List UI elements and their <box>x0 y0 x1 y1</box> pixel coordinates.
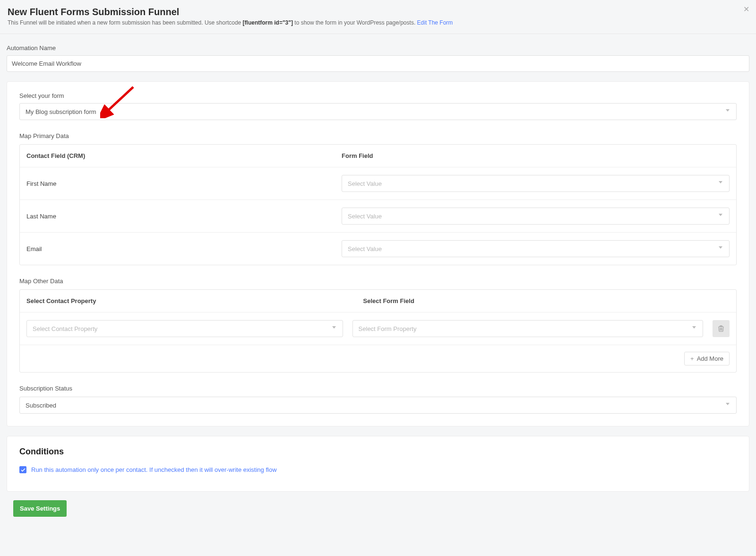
placeholder-text: Select Contact Property <box>33 325 97 332</box>
placeholder-text: Select Value <box>348 180 382 187</box>
desc-text-b: to show the form in your WordPress page/… <box>293 19 417 26</box>
map-other-title: Map Other Data <box>19 278 737 285</box>
map-other-table: Select Contact Property Select Form Fiel… <box>19 289 737 373</box>
add-more-label: Add More <box>697 355 723 362</box>
add-more-button[interactable]: + Add More <box>684 352 730 365</box>
save-settings-button[interactable]: Save Settings <box>13 500 67 517</box>
map-primary-row: Last Name Select Value <box>20 200 736 233</box>
chevron-down-icon <box>332 326 337 331</box>
col-form-field: Select Form Field <box>357 290 736 312</box>
map-primary-table: Contact Field (CRM) Form Field First Nam… <box>19 144 737 265</box>
chevron-down-icon <box>692 326 697 331</box>
form-field-select[interactable]: Select Value <box>342 175 730 192</box>
plus-icon: + <box>690 355 694 362</box>
run-once-checkbox[interactable] <box>19 466 26 473</box>
conditions-title: Conditions <box>19 447 737 457</box>
check-icon <box>21 468 26 472</box>
trash-icon <box>718 325 724 332</box>
col-contact-field: Contact Field (CRM) <box>20 145 335 167</box>
map-primary-row: First Name Select Value <box>20 167 736 200</box>
subscription-status-value: Subscribed <box>26 402 56 409</box>
chevron-down-icon <box>719 246 723 251</box>
chevron-down-icon <box>719 214 723 218</box>
form-property-select[interactable]: Select Form Property <box>352 320 703 337</box>
col-contact-property: Select Contact Property <box>20 290 357 312</box>
add-more-row: + Add More <box>20 345 736 372</box>
run-once-label[interactable]: Run this automation only once per contac… <box>31 466 277 473</box>
shortcode: [fluentform id="3"] <box>243 19 293 26</box>
condition-row: Run this automation only once per contac… <box>19 466 737 473</box>
placeholder-text: Select Value <box>348 213 382 220</box>
subscription-status-label: Subscription Status <box>19 385 737 392</box>
chevron-down-icon <box>726 403 730 408</box>
col-form-field: Form Field <box>335 145 736 167</box>
edit-form-link[interactable]: Edit The Form <box>417 19 453 26</box>
desc-text-a: This Funnel will be initiated when a new… <box>8 19 243 26</box>
form-field-select[interactable]: Select Value <box>342 208 730 225</box>
map-other-row: Select Contact Property Select Form Prop… <box>20 313 736 345</box>
map-primary-title: Map Primary Data <box>19 132 737 139</box>
modal-description: This Funnel will be initiated when a new… <box>8 19 748 26</box>
crm-field-label: First Name <box>20 173 335 195</box>
modal-title: New Fluent Forms Submission Funnel <box>8 7 748 17</box>
map-other-header: Select Contact Property Select Form Fiel… <box>20 290 736 313</box>
subscription-status-select[interactable]: Subscribed <box>19 397 737 414</box>
select-form-label: Select your form <box>19 92 737 99</box>
modal-header: New Fluent Forms Submission Funnel This … <box>0 0 756 34</box>
close-icon[interactable]: ✕ <box>743 5 749 14</box>
main-content: Automation Name Select your form My Blog… <box>0 34 756 521</box>
form-field-select[interactable]: Select Value <box>342 240 730 257</box>
contact-property-select[interactable]: Select Contact Property <box>26 320 343 337</box>
select-form-dropdown[interactable]: My Blog subscription form <box>19 103 737 120</box>
chevron-down-icon <box>726 109 730 114</box>
conditions-panel: Conditions Run this automation only once… <box>7 436 749 492</box>
crm-field-label: Last Name <box>20 205 335 227</box>
placeholder-text: Select Form Property <box>359 325 417 332</box>
delete-row-button[interactable] <box>713 320 730 337</box>
select-form-value: My Blog subscription form <box>26 108 96 115</box>
map-primary-header: Contact Field (CRM) Form Field <box>20 145 736 167</box>
placeholder-text: Select Value <box>348 245 382 252</box>
automation-name-label: Automation Name <box>7 44 749 52</box>
crm-field-label: Email <box>20 238 335 260</box>
chevron-down-icon <box>719 181 723 186</box>
automation-name-input[interactable] <box>7 55 749 72</box>
map-primary-row: Email Select Value <box>20 233 736 265</box>
settings-panel: Select your form My Blog subscription fo… <box>7 81 749 426</box>
